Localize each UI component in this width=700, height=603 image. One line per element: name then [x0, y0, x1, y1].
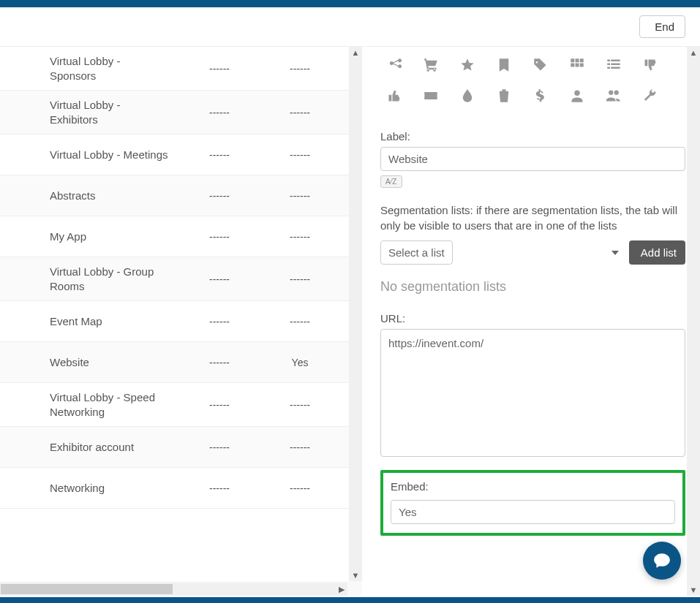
chat-launcher-button[interactable] [643, 542, 681, 580]
tint-icon[interactable] [459, 88, 475, 104]
ticket-icon[interactable] [423, 88, 439, 104]
tab-col3-cell: ------ [263, 441, 336, 453]
tab-name-cell: Virtual Lobby - Meetings [0, 148, 176, 162]
table-row[interactable]: Website------Yes [0, 342, 362, 383]
star-icon[interactable] [459, 57, 475, 73]
tab-col3-cell: ------ [263, 107, 336, 118]
tab-col3-cell: ------ [263, 63, 336, 75]
embed-input[interactable] [391, 500, 675, 524]
table-row[interactable]: Virtual Lobby - Meetings------------ [0, 134, 362, 175]
table-row[interactable]: My App------------ [0, 216, 362, 257]
tab-name-cell: My App [0, 230, 176, 244]
right-panel: Label: A⁄Z Segmentation lists: if there … [362, 47, 700, 596]
scroll-up-icon: ▲ [690, 48, 698, 57]
embed-field-label: Embed: [391, 480, 675, 493]
label-field-label: Label: [380, 130, 685, 143]
tab-col3-cell: ------ [263, 316, 336, 327]
users-icon[interactable] [606, 88, 622, 104]
scroll-thumb[interactable] [1, 584, 173, 594]
left-vertical-scrollbar[interactable]: ▲ ▼ [349, 47, 362, 581]
icon-picker [380, 54, 685, 117]
tab-col2-cell: ------ [176, 482, 263, 494]
segmentation-row: Select a list Add list [380, 240, 685, 265]
tab-name-cell: Virtual Lobby - Speed Networking [0, 390, 176, 419]
tab-name-cell: Website [0, 355, 176, 370]
tab-col3-cell: ------ [263, 190, 336, 202]
trash-icon[interactable] [496, 88, 512, 104]
tab-col2-cell: ------ [176, 357, 263, 368]
tab-col2-cell: ------ [176, 316, 263, 327]
list-icon[interactable] [606, 57, 622, 73]
tabs-table: Virtual Lobby - Sponsors------------Virt… [0, 47, 362, 581]
add-list-label: Add list [641, 246, 677, 259]
cart-icon[interactable] [423, 57, 439, 73]
scroll-up-icon: ▲ [352, 48, 360, 57]
thumbs-up-icon[interactable] [386, 88, 402, 104]
add-list-button[interactable]: Add list [629, 240, 685, 265]
tab-name-cell: Exhibitor account [0, 440, 176, 455]
tab-col2-cell: ------ [176, 107, 263, 118]
table-row[interactable]: Networking------------ [0, 468, 362, 509]
tab-name-cell: Networking [0, 481, 176, 496]
tab-col2-cell: ------ [176, 441, 263, 453]
scroll-right-icon: ▶ [339, 585, 345, 594]
url-field-label: URL: [380, 312, 685, 325]
tab-col2-cell: ------ [176, 149, 263, 161]
scroll-down-icon: ▼ [690, 585, 698, 594]
tab-name-cell: Virtual Lobby - Group Rooms [0, 265, 176, 293]
wrench-icon[interactable] [642, 88, 658, 104]
tab-col2-cell: ------ [176, 399, 263, 411]
bottom-brand-bar [0, 597, 700, 603]
dollar-icon[interactable] [532, 88, 549, 104]
bookmark-icon[interactable] [496, 57, 512, 73]
tab-col3-cell: ------ [263, 231, 336, 243]
share-icon[interactable] [386, 57, 402, 73]
tab-col3-cell: ------ [263, 399, 336, 411]
left-panel: Virtual Lobby - Sponsors------------Virt… [0, 47, 362, 596]
tab-col3-cell: ------ [263, 149, 336, 161]
tab-col2-cell: ------ [176, 273, 263, 285]
grid-icon[interactable] [569, 57, 585, 73]
thumbs-down-icon[interactable] [642, 57, 658, 73]
embed-highlight-box: Embed: [380, 470, 685, 536]
table-row[interactable]: Virtual Lobby - Exhibitors------------ [0, 91, 362, 134]
user-icon[interactable] [569, 88, 585, 104]
no-segmentation-lists-text: No segmentation lists [380, 279, 685, 295]
segmentation-select-wrap: Select a list [380, 240, 626, 265]
segmentation-description: Segmentation lists: if there are segment… [380, 202, 685, 233]
end-button[interactable]: End [639, 15, 685, 38]
tab-col2-cell: ------ [176, 63, 263, 75]
header: End [0, 7, 700, 47]
left-horizontal-scrollbar[interactable]: ▶ [0, 583, 347, 596]
table-row[interactable]: Virtual Lobby - Sponsors------------ [0, 47, 362, 91]
table-row[interactable]: Virtual Lobby - Group Rooms------------ [0, 257, 362, 301]
table-row[interactable]: Abstracts------------ [0, 175, 362, 216]
url-input[interactable] [380, 329, 685, 457]
label-input[interactable] [380, 147, 685, 171]
tab-col2-cell: ------ [176, 231, 263, 243]
scroll-down-icon: ▼ [352, 571, 360, 580]
main: Virtual Lobby - Sponsors------------Virt… [0, 47, 700, 596]
tab-col3-cell: ------ [263, 482, 336, 494]
language-badge[interactable]: A⁄Z [380, 175, 402, 188]
tags-icon[interactable] [532, 57, 549, 73]
tab-name-cell: Abstracts [0, 189, 176, 203]
chat-icon [652, 551, 671, 570]
right-vertical-scrollbar[interactable]: ▲ ▼ [687, 47, 700, 596]
tab-name-cell: Event Map [0, 314, 176, 329]
table-row[interactable]: Virtual Lobby - Speed Networking--------… [0, 383, 362, 427]
tab-col2-cell: ------ [176, 190, 263, 202]
table-row[interactable]: Event Map------------ [0, 301, 362, 342]
tab-col3-cell: ------ [263, 273, 336, 285]
tab-col3-cell: Yes [263, 357, 336, 368]
top-brand-bar [0, 0, 700, 7]
tab-name-cell: Virtual Lobby - Exhibitors [0, 98, 176, 126]
tab-name-cell: Virtual Lobby - Sponsors [0, 54, 176, 83]
segmentation-select[interactable]: Select a list [380, 240, 453, 265]
table-row[interactable]: Exhibitor account------------ [0, 427, 362, 468]
end-button-label: End [655, 20, 674, 33]
